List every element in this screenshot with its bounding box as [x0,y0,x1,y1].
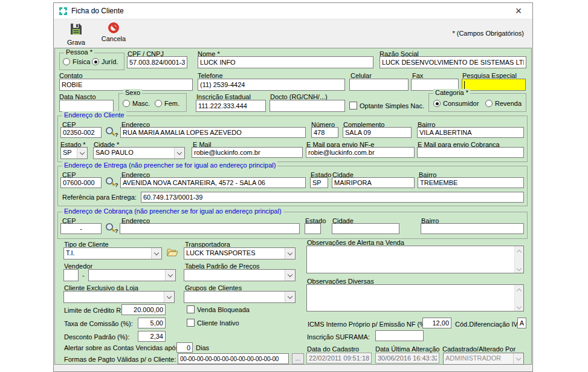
formas-pagto-label: Formas de Pagto Válidas p/ o Cliente: [64,356,176,363]
referencia-entrega-input[interactable] [141,192,524,203]
titlebar: Ficha do Cliente × [54,3,532,19]
scroll-up-icon[interactable] [517,250,522,255]
cancel-button[interactable]: Cancela [96,22,131,42]
data-alteracao-label: Data Última Alteração [375,345,439,353]
cep-input[interactable] [60,127,102,138]
formas-pagto-input[interactable] [178,353,289,364]
complemento-input[interactable] [343,127,412,138]
docto-input[interactable] [270,100,345,112]
entrega-cep-search-magnifier-icon[interactable]: ? [105,176,119,189]
tipo-cliente-value: T.I. [64,248,151,259]
data-nascto-input[interactable] [59,100,114,112]
cidade-value: SAO PAULO [94,148,174,158]
grupos-clientes-value [184,292,285,302]
formas-pagto-browse-button[interactable]: ... [292,353,304,364]
chevron-down-icon [164,292,174,302]
required-fields-note: * (Campos Obrigatórios) [452,30,524,37]
alertar-contas-label: Alertar sobre as Contas Vencidas após [64,344,179,351]
radio-fem-circle [155,100,162,107]
cobranca-endereco-input[interactable] [120,223,300,234]
cobranca-cidade-input[interactable] [332,223,399,234]
vendedor-code-input[interactable] [63,269,79,281]
icms-input[interactable] [422,318,451,328]
scroll-down-icon[interactable] [517,266,522,271]
cobranca-estado-input[interactable] [305,223,321,234]
inscricao-estadual-input[interactable] [196,100,266,112]
iva-label: Cód.Diferenciação IVA: [455,321,524,328]
endereco-cliente-legend: Endereço do Cliente [62,111,126,119]
transportadora-select[interactable]: LUCK TRANSPORTES [184,247,296,259]
cobranca-cep-input[interactable] [60,223,102,234]
email-nfe-input[interactable] [306,147,415,158]
vendedor-value [89,270,165,281]
telefone-input[interactable] [198,79,345,91]
entrega-endereco-input[interactable] [120,177,306,188]
radio-revenda[interactable]: Revenda [485,100,522,107]
optante-simples-checkbox[interactable]: Optante Simples Nac. [349,102,424,109]
radio-masc[interactable]: Masc. [123,100,150,107]
open-folder-icon[interactable] [167,248,178,259]
obs-alerta-textarea[interactable] [306,246,524,273]
obs-diversas-textarea[interactable] [306,284,524,312]
alertar-contas-input[interactable] [176,342,193,353]
chevron-down-icon [77,148,87,158]
cpf-cnpj-input[interactable] [127,56,187,68]
scrollbar[interactable] [514,285,523,311]
scroll-up-icon[interactable] [517,289,522,293]
close-button[interactable]: × [510,5,527,16]
radio-consumidor[interactable]: Consumidor [433,100,479,107]
form-panel: Pessoa * Física Juríd. CPF / CNPJ Nome *… [54,48,532,365]
email-input[interactable] [192,147,303,158]
cliente-inativo-checkbox[interactable]: Cliente Inativo [187,319,239,327]
venda-bloqueada-checkbox[interactable]: Venda Bloqueada [187,305,250,313]
iva-input[interactable] [517,318,526,328]
suframa-input[interactable] [375,330,424,341]
email-cobranca-input[interactable] [417,147,524,158]
numero-input[interactable] [311,127,338,138]
estado-select[interactable]: SP [60,147,88,159]
optante-simples-label: Optante Simples Nac. [360,102,424,109]
radio-fem-label: Fem. [164,100,179,107]
venda-bloqueada-label: Venda Bloqueada [197,306,250,313]
radio-juridica[interactable]: Juríd. [92,58,118,65]
cobranca-cep-search-magnifier-icon[interactable]: ? [105,222,119,235]
pessoa-legend: Pessoa * [64,48,94,56]
celular-input[interactable] [349,79,409,91]
tabela-precos-select[interactable] [184,269,296,281]
scrollbar[interactable] [514,246,523,273]
tabela-precos-value [184,270,285,281]
cidade-select[interactable]: SAO PAULO [93,147,185,159]
taxa-comissao-input[interactable] [138,318,166,328]
chevron-down-icon [174,148,184,158]
chevron-down-icon [285,248,295,259]
referencia-entrega-label: Referência para Entrega: [62,194,137,201]
endereco-input[interactable] [120,127,306,138]
grupos-clientes-select[interactable] [184,291,296,303]
vendedor-select[interactable] [88,269,176,281]
cobranca-bairro-input[interactable] [421,223,524,234]
radio-fem[interactable]: Fem. [155,100,179,107]
cep-search-magnifier-icon[interactable]: ? [105,126,119,139]
entrega-estado-input[interactable] [310,177,328,188]
radio-revenda-circle [485,100,493,107]
razao-social-input[interactable] [380,56,526,68]
cliente-exclusivo-select[interactable] [63,291,175,303]
svg-text:?: ? [115,228,118,233]
limite-credito-label: Limite de Crédito R$: [64,307,126,314]
scroll-down-icon[interactable] [517,304,522,309]
bairro-input[interactable] [417,127,524,138]
sexo-legend: Sexo [123,89,142,96]
save-button[interactable]: Grava [62,22,91,46]
pesquisa-especial-input[interactable] [462,79,526,91]
taxa-comissao-label: Taxa de Comissão (%): [64,320,133,327]
entrega-bairro-input[interactable] [418,177,524,188]
desconto-padrao-input[interactable] [138,331,166,342]
estado-value: SP [61,148,77,158]
radio-fisica[interactable]: Física [63,58,90,65]
entrega-cidade-input[interactable] [332,177,415,188]
entrega-cep-input[interactable] [60,177,102,188]
tipo-cliente-select[interactable]: T.I. [63,247,162,259]
chevron-down-icon [285,292,295,302]
nome-input[interactable] [198,56,373,68]
limite-credito-input[interactable] [121,304,166,315]
